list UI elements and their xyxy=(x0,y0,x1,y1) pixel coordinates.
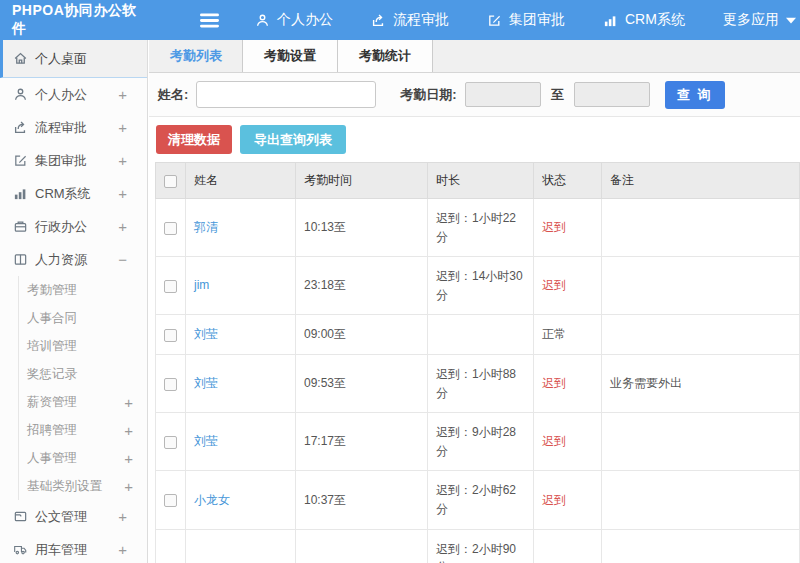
expand-plus-icon[interactable]: + xyxy=(118,508,127,525)
topnav-item-personal-office[interactable]: 个人办公 xyxy=(255,11,333,29)
edit-icon xyxy=(12,153,28,168)
expand-plus-icon[interactable]: + xyxy=(124,422,133,439)
name-input[interactable] xyxy=(196,81,376,108)
document-icon xyxy=(12,509,28,524)
collapse-minus-icon[interactable]: − xyxy=(118,251,127,268)
sidebar-item-document-mgmt[interactable]: 公文管理 + xyxy=(0,500,147,533)
duration-cell: 迟到：2小时90分早退：7小时10分 xyxy=(428,529,534,563)
topnav-item-more-apps[interactable]: 更多应用 xyxy=(723,11,796,29)
name-cell: 郭清 xyxy=(186,199,296,257)
row-checkbox[interactable] xyxy=(164,280,177,293)
sidebar-subitem-training-mgmt[interactable]: 培训管理 xyxy=(19,332,147,360)
duration-cell: 迟到：9小时28分 xyxy=(428,413,534,471)
expand-plus-icon[interactable]: + xyxy=(118,541,127,558)
sidebar-item-label: 个人桌面 xyxy=(35,50,87,68)
tab-attendance-settings[interactable]: 考勤设置 xyxy=(242,40,338,72)
employee-name-link[interactable]: 刘莹 xyxy=(194,434,218,448)
app-window: PHPOA协同办公软件 个人办公 流程审批 集团审批 xyxy=(0,0,800,563)
sidebar-subitem-attendance-mgmt[interactable]: 考勤管理 xyxy=(19,276,147,304)
sidebar-item-personal-office[interactable]: 个人办公 + xyxy=(0,78,147,111)
row-checkbox[interactable] xyxy=(164,222,177,235)
sidebar-subitem-personnel-mgmt[interactable]: 人事管理 + xyxy=(19,444,147,472)
sidebar-item-workflow-approval[interactable]: 流程审批 + xyxy=(0,111,147,144)
sidebar-item-group-approval[interactable]: 集团审批 + xyxy=(0,144,147,177)
duration-line: 迟到：14小时30分 xyxy=(436,267,527,304)
status-cell: 迟到 xyxy=(534,354,602,412)
sidebar-item-crm[interactable]: CRM系统 + xyxy=(0,177,147,210)
sidebar-subitem-recruit-mgmt[interactable]: 招聘管理 + xyxy=(19,416,147,444)
employee-name-link[interactable]: 刘莹 xyxy=(194,327,218,341)
expand-plus-icon[interactable]: + xyxy=(118,218,127,235)
sidebar-item-vehicle-mgmt[interactable]: 用车管理 + xyxy=(0,533,147,563)
expand-plus-icon[interactable]: + xyxy=(124,478,133,495)
export-list-button[interactable]: 导出查询列表 xyxy=(240,125,346,154)
expand-plus-icon[interactable]: + xyxy=(124,450,133,467)
expand-plus-icon[interactable]: + xyxy=(118,152,127,169)
time-cell: 10:13至 xyxy=(296,199,428,257)
hamburger-menu-icon[interactable] xyxy=(200,13,219,28)
user-icon xyxy=(12,87,28,102)
date-to-input[interactable] xyxy=(574,82,650,107)
status-cell: 迟到/早退 xyxy=(534,529,602,563)
col-header-status: 状态 xyxy=(534,163,602,199)
status-cell: 正常 xyxy=(534,315,602,355)
sidebar-item-personal-desktop[interactable]: 个人桌面 xyxy=(0,40,147,78)
sidebar-subitem-salary-mgmt[interactable]: 薪资管理 + xyxy=(19,388,147,416)
duration-line: 迟到：2小时62分 xyxy=(436,481,527,518)
note-cell: 业务需要外出 xyxy=(602,354,800,412)
duration-cell: 迟到：14小时30分 xyxy=(428,257,534,315)
sidebar-subitem-hr-contract[interactable]: 人事合同 xyxy=(19,304,147,332)
expand-plus-icon[interactable]: + xyxy=(124,394,133,411)
tab-attendance-list[interactable]: 考勤列表 xyxy=(149,40,243,72)
row-checkbox[interactable] xyxy=(164,329,177,342)
status-cell: 迟到 xyxy=(534,257,602,315)
sidebar-item-human-resources[interactable]: 人力资源 − xyxy=(0,243,147,276)
sidebar-item-admin-office[interactable]: 行政办公 + xyxy=(0,210,147,243)
sidebar-item-label: 集团审批 xyxy=(35,152,87,170)
topnav-item-workflow-approval[interactable]: 流程审批 xyxy=(371,11,449,29)
sidebar-item-label: CRM系统 xyxy=(35,185,91,203)
topnav-item-crm[interactable]: CRM系统 xyxy=(603,11,685,29)
duration-line: 迟到：2小时90分 xyxy=(436,540,527,563)
sidebar-item-label: 人力资源 xyxy=(35,251,87,269)
note-cell: 1111 xyxy=(602,529,800,563)
checkbox-cell xyxy=(156,199,186,257)
name-cell: 刘莹 xyxy=(186,315,296,355)
select-all-checkbox[interactable] xyxy=(164,175,177,188)
employee-name-link[interactable]: 刘莹 xyxy=(194,376,218,390)
tab-attendance-statistics[interactable]: 考勤统计 xyxy=(337,40,433,72)
time-cell: 09:53至 xyxy=(296,354,428,412)
app-logo: PHPOA协同办公软件 xyxy=(0,2,148,38)
employee-name-link[interactable]: jim xyxy=(194,278,209,292)
sidebar-item-label: 用车管理 xyxy=(35,541,87,559)
table-row: 刘莹 09:00至 正常 xyxy=(156,315,800,355)
user-icon xyxy=(255,13,270,28)
col-header-note: 备注 xyxy=(602,163,800,199)
top-navigation: 个人办公 流程审批 集团审批 CRM系统 更多应用 xyxy=(255,11,796,29)
date-to-label: 至 xyxy=(551,86,564,104)
expand-plus-icon[interactable]: + xyxy=(118,119,127,136)
table-row: 管理员 10:54至10:54 迟到：2小时90分早退：7小时10分 迟到/早退… xyxy=(156,529,800,563)
sidebar-subitem-label: 考勤管理 xyxy=(27,282,77,299)
employee-name-link[interactable]: 郭清 xyxy=(194,220,218,234)
sidebar-subitem-reward-punishment[interactable]: 奖惩记录 xyxy=(19,360,147,388)
expand-plus-icon[interactable]: + xyxy=(118,86,127,103)
date-from-input[interactable] xyxy=(465,82,541,107)
edit-icon xyxy=(487,13,502,28)
col-header-name: 姓名 xyxy=(186,163,296,199)
row-checkbox[interactable] xyxy=(164,436,177,449)
date-label: 考勤日期: xyxy=(400,86,456,104)
search-button[interactable]: 查 询 xyxy=(665,81,725,109)
checkbox-cell xyxy=(156,354,186,412)
clean-data-button[interactable]: 清理数据 xyxy=(156,125,232,154)
name-cell: 刘莹 xyxy=(186,413,296,471)
row-checkbox[interactable] xyxy=(164,494,177,507)
topnav-item-group-approval[interactable]: 集团审批 xyxy=(487,11,565,29)
topnav-label: 流程审批 xyxy=(393,11,449,29)
sidebar-subitem-base-category[interactable]: 基础类别设置 + xyxy=(19,472,147,500)
employee-name-link[interactable]: 小龙女 xyxy=(194,493,230,507)
note-cell xyxy=(602,199,800,257)
expand-plus-icon[interactable]: + xyxy=(118,185,127,202)
row-checkbox[interactable] xyxy=(164,378,177,391)
time-cell: 23:18至 xyxy=(296,257,428,315)
